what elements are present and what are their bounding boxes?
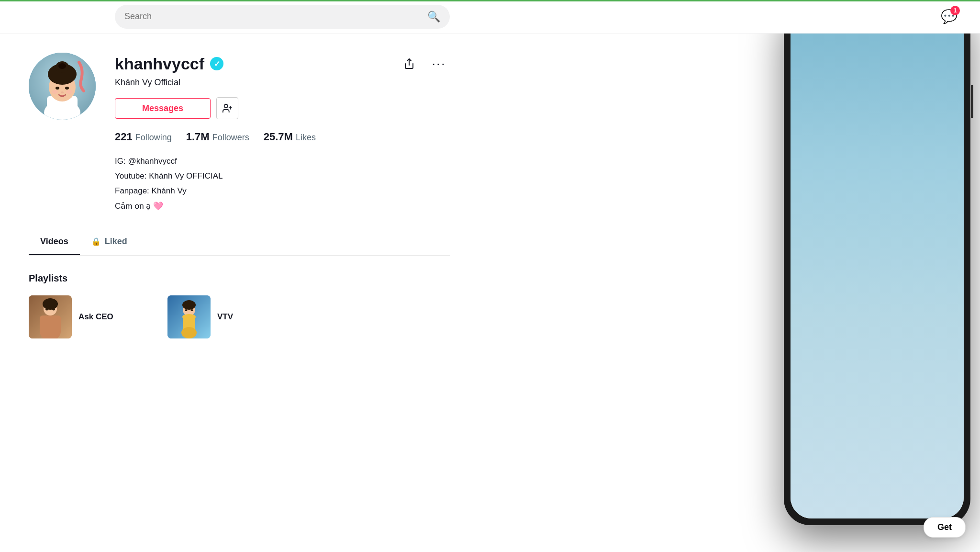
profile-bio: IG: @khanhvyccf Youtube: Khánh Vy OFFICI… bbox=[115, 155, 450, 213]
share-icon bbox=[403, 58, 415, 69]
followers-count: 1.7M bbox=[186, 131, 210, 143]
playlist-thumbnail-ask-ceo bbox=[29, 295, 72, 338]
verified-badge: ✓ bbox=[210, 57, 223, 70]
playlist-thumbnail-vtv bbox=[167, 295, 211, 338]
share-button[interactable] bbox=[398, 53, 420, 75]
profile-info: khanhvyccf ✓ ··· Khánh Vy Officia bbox=[115, 53, 450, 214]
phone-screen bbox=[791, 5, 964, 518]
avatar bbox=[29, 53, 96, 120]
phone-side-button bbox=[971, 85, 973, 118]
lock-icon: 🔒 bbox=[91, 237, 101, 246]
tab-videos[interactable]: Videos bbox=[29, 229, 80, 255]
playlist-thumb-svg-vtv bbox=[167, 295, 211, 338]
person-plus-icon bbox=[222, 103, 233, 113]
messages-button[interactable]: Messages bbox=[115, 98, 211, 119]
svg-point-28 bbox=[181, 327, 197, 338]
bio-line-1: IG: @khanhvyccf bbox=[115, 155, 450, 168]
messages-icon-button[interactable]: 💬 1 bbox=[937, 5, 961, 29]
bio-line-2: Youtube: Khánh Vy OFFICIAL bbox=[115, 169, 450, 182]
bio-line-3: Fanpage: Khánh Vy bbox=[115, 184, 450, 197]
followers-label: Followers bbox=[212, 133, 249, 143]
search-input[interactable] bbox=[124, 11, 423, 22]
svg-rect-20 bbox=[40, 315, 61, 332]
phone-video-content bbox=[791, 5, 964, 518]
profile-stats: 221 Following 1.7M Followers 25.7M Likes bbox=[115, 131, 450, 143]
playlist-thumb-image-vtv bbox=[167, 295, 211, 338]
playlist-item-vtv[interactable]: VTV bbox=[167, 295, 292, 338]
phone-frame bbox=[784, 0, 970, 525]
playlists-title: Playlists bbox=[29, 273, 450, 284]
tab-liked[interactable]: 🔒 Liked bbox=[80, 229, 139, 255]
svg-point-14 bbox=[224, 104, 228, 108]
avatar-container bbox=[29, 53, 96, 120]
svg-point-23 bbox=[52, 308, 55, 310]
bio-line-4: Cảm ơn ạ 🩷 bbox=[115, 200, 450, 213]
svg-point-22 bbox=[45, 308, 48, 310]
svg-point-31 bbox=[191, 309, 193, 311]
profile-actions: Messages bbox=[115, 97, 450, 119]
svg-point-7 bbox=[58, 63, 66, 69]
svg-point-12 bbox=[66, 90, 73, 94]
search-container: 🔍 bbox=[115, 5, 450, 29]
playlist-thumb-image-ask bbox=[29, 295, 72, 338]
playlist-name-ask-ceo: Ask CEO bbox=[78, 312, 113, 322]
get-button[interactable]: Get bbox=[924, 517, 966, 538]
playlists-grid: Ask CEO bbox=[29, 295, 450, 338]
playlist-name-vtv: VTV bbox=[217, 312, 233, 322]
phone-overlay bbox=[774, 0, 980, 552]
phone-bg bbox=[791, 5, 964, 518]
likes-label: Likes bbox=[296, 133, 316, 143]
header-actions: 💬 1 bbox=[937, 5, 961, 29]
follow-button[interactable] bbox=[216, 97, 238, 119]
followers-stat: 1.7M Followers bbox=[186, 131, 249, 143]
svg-point-10 bbox=[61, 91, 64, 93]
tab-videos-label: Videos bbox=[40, 237, 68, 247]
svg-point-8 bbox=[56, 87, 59, 90]
search-icon: 🔍 bbox=[427, 11, 440, 23]
likes-stat: 25.7M Likes bbox=[264, 131, 316, 143]
loading-bar bbox=[0, 0, 980, 1]
more-dots-icon: ··· bbox=[432, 56, 445, 71]
avatar-image bbox=[29, 53, 96, 120]
tabs-section: Videos 🔒 Liked bbox=[29, 229, 450, 256]
likes-count: 25.7M bbox=[264, 131, 293, 143]
playlists-section: Playlists bbox=[29, 273, 450, 338]
header: 🔍 💬 1 bbox=[0, 0, 980, 34]
main-content: khanhvyccf ✓ ··· Khánh Vy Officia bbox=[0, 34, 479, 358]
svg-point-29 bbox=[182, 300, 196, 310]
svg-point-9 bbox=[65, 87, 69, 90]
following-count: 221 bbox=[115, 131, 133, 143]
playlist-thumb-svg-ask bbox=[29, 295, 72, 338]
more-button[interactable]: ··· bbox=[428, 53, 450, 75]
svg-point-11 bbox=[52, 90, 58, 94]
tab-liked-label: Liked bbox=[105, 237, 127, 247]
username: khanhvyccf bbox=[115, 55, 204, 73]
display-name: Khánh Vy Official bbox=[115, 78, 450, 88]
following-stat: 221 Following bbox=[115, 131, 172, 143]
svg-point-30 bbox=[185, 309, 188, 311]
profile-header: khanhvyccf ✓ ··· Khánh Vy Officia bbox=[29, 53, 450, 214]
search-bar: 🔍 bbox=[115, 5, 450, 29]
avatar-svg bbox=[29, 53, 96, 120]
username-row: khanhvyccf ✓ ··· bbox=[115, 53, 450, 75]
playlist-item-ask-ceo[interactable]: Ask CEO bbox=[29, 295, 153, 338]
svg-point-21 bbox=[43, 298, 58, 310]
following-label: Following bbox=[135, 133, 172, 143]
notification-badge: 1 bbox=[950, 6, 960, 15]
